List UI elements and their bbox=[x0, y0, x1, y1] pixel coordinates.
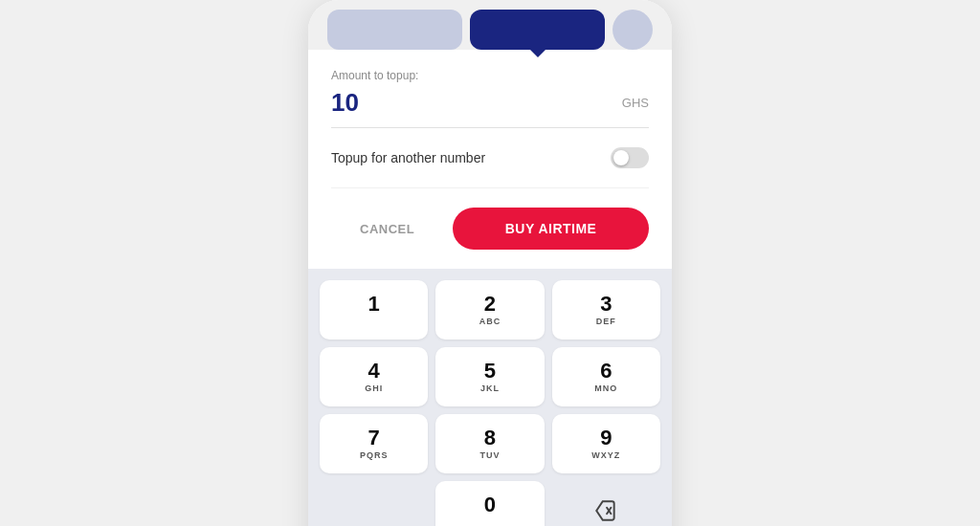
delete-button[interactable] bbox=[552, 481, 660, 526]
keypad-grid: 1 2 ABC 3 DEF 4 GHI 5 JKL 6 MNO bbox=[320, 280, 660, 473]
amount-row: 10 GHS bbox=[331, 88, 649, 128]
delete-icon bbox=[593, 498, 618, 523]
key-1[interactable]: 1 bbox=[320, 280, 428, 340]
cancel-button[interactable]: CANCEL bbox=[331, 210, 443, 248]
topup-row: Topup for another number bbox=[331, 147, 649, 188]
phone-container: Amount to topup: 10 GHS Topup for anothe… bbox=[308, 0, 672, 526]
keypad-bottom-row: 0 bbox=[320, 481, 660, 526]
nav-center-button[interactable] bbox=[470, 10, 605, 50]
key-5[interactable]: 5 JKL bbox=[435, 347, 544, 406]
content-area: Amount to topup: 10 GHS Topup for anothe… bbox=[308, 50, 672, 269]
key-8[interactable]: 8 TUV bbox=[435, 414, 544, 473]
amount-value: 10 bbox=[331, 88, 359, 118]
key-2[interactable]: 2 ABC bbox=[435, 280, 544, 340]
key-9[interactable]: 9 WXYZ bbox=[552, 414, 660, 473]
top-nav bbox=[308, 0, 672, 50]
nav-left-button[interactable] bbox=[327, 10, 462, 50]
currency-label: GHS bbox=[622, 96, 649, 110]
buy-airtime-button[interactable]: BUY AIRTIME bbox=[453, 208, 649, 250]
key-3[interactable]: 3 DEF bbox=[552, 280, 660, 340]
topup-label: Topup for another number bbox=[331, 150, 485, 165]
action-row: CANCEL BUY AIRTIME bbox=[331, 188, 649, 269]
key-6[interactable]: 6 MNO bbox=[552, 347, 660, 406]
key-0[interactable]: 0 bbox=[435, 481, 544, 526]
key-empty bbox=[320, 481, 428, 526]
keypad-area: 1 2 ABC 3 DEF 4 GHI 5 JKL 6 MNO bbox=[308, 269, 672, 526]
amount-label: Amount to topup: bbox=[331, 69, 649, 82]
key-4[interactable]: 4 GHI bbox=[320, 347, 428, 406]
nav-right-button[interactable] bbox=[612, 10, 653, 50]
key-7[interactable]: 7 PQRS bbox=[320, 414, 428, 473]
topup-toggle[interactable] bbox=[611, 147, 649, 168]
